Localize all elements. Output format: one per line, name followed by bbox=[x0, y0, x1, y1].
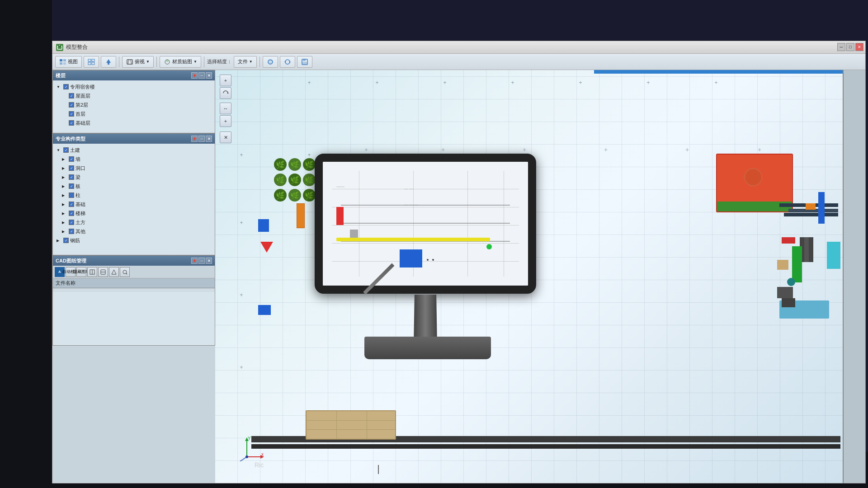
red-element bbox=[336, 207, 344, 225]
type-column-checkbox[interactable] bbox=[69, 192, 74, 198]
floors-min-btn[interactable]: ─ bbox=[198, 72, 205, 79]
type-opening-arrow: ▶ bbox=[62, 166, 67, 170]
floor-item-roof[interactable]: 屋面层 bbox=[55, 91, 213, 100]
type-beam-item[interactable]: ▶ 梁 bbox=[55, 173, 213, 182]
tree-7: 🌿 bbox=[274, 189, 287, 202]
vert-line-1 bbox=[359, 171, 359, 277]
cad-tool1-btn[interactable] bbox=[87, 267, 97, 277]
vp-cross-5: + bbox=[685, 146, 689, 153]
main-viewport[interactable]: + + + + + + + + + + + + + ↔ + ✕ bbox=[215, 70, 865, 483]
restore-button[interactable]: □ bbox=[846, 43, 854, 51]
cad-pin-btn[interactable]: 📌 bbox=[191, 258, 198, 264]
right-blue-vert bbox=[818, 192, 825, 224]
floors-panel-title: 楼层 bbox=[56, 72, 66, 79]
cad-panel-controls: 📌 ─ ✕ bbox=[191, 258, 212, 264]
type-column-item[interactable]: ▶ 柱 bbox=[55, 191, 213, 200]
grid-icon bbox=[88, 58, 95, 66]
base-vert-1 bbox=[336, 411, 337, 439]
up-button[interactable] bbox=[101, 56, 116, 68]
type-earthwork-checkbox[interactable] bbox=[69, 220, 74, 225]
cross-marker-2: + bbox=[373, 79, 381, 86]
type-wall-checkbox[interactable] bbox=[69, 156, 74, 162]
type-beam-label: 梁 bbox=[75, 174, 80, 181]
type-civil-item[interactable]: ▼ 土建 bbox=[55, 145, 213, 155]
floors-close-btn[interactable]: ✕ bbox=[206, 72, 212, 79]
floor-1-checkbox[interactable] bbox=[69, 111, 74, 117]
side-toolbar-spacer bbox=[220, 100, 232, 102]
type-stair-item[interactable]: ▶ 楼梯 bbox=[55, 209, 213, 218]
minimize-button[interactable]: ─ bbox=[837, 43, 845, 51]
floor-item-base[interactable]: 基础层 bbox=[55, 118, 213, 127]
types-close-btn[interactable]: ✕ bbox=[206, 136, 212, 142]
vp-cross-3: + bbox=[523, 146, 526, 153]
close-viewport-btn[interactable]: ✕ bbox=[220, 131, 231, 143]
view-button[interactable]: 视图 bbox=[55, 56, 82, 68]
floor-line-1 bbox=[332, 189, 519, 189]
add-btn[interactable]: + bbox=[220, 75, 231, 86]
floor-1-label: 首层 bbox=[75, 111, 85, 117]
floors-root-item[interactable]: ▼ 专用宿舍楼 bbox=[55, 82, 213, 91]
type-other-item[interactable]: ▶ 其他 bbox=[55, 227, 213, 236]
cad-hide-btn[interactable]: 隐藏图纸 bbox=[76, 267, 86, 277]
types-min-btn[interactable]: ─ bbox=[198, 136, 205, 142]
floor-item-2[interactable]: 第2层 bbox=[55, 100, 213, 109]
cad-tool2-btn[interactable] bbox=[98, 267, 108, 277]
type-civil-checkbox[interactable] bbox=[63, 147, 69, 153]
cad-min-btn[interactable]: ─ bbox=[198, 258, 205, 264]
side-toolbar-spacer2 bbox=[220, 128, 232, 131]
tool1-button[interactable] bbox=[263, 56, 278, 68]
tool2-button[interactable] bbox=[280, 56, 295, 68]
floors-root-checkbox[interactable] bbox=[63, 84, 69, 89]
tree-2: 🌿 bbox=[288, 158, 301, 171]
cad-close-btn[interactable]: ✕ bbox=[206, 258, 212, 264]
floor-roof-checkbox[interactable] bbox=[69, 93, 74, 99]
type-rebar-item[interactable]: ▶ 钢筋 bbox=[55, 236, 213, 245]
tool3-button[interactable] bbox=[297, 56, 312, 68]
type-foundation-checkbox[interactable] bbox=[69, 202, 74, 207]
type-opening-checkbox[interactable] bbox=[69, 165, 74, 171]
file-dropdown[interactable]: 文件 ▼ bbox=[234, 56, 257, 68]
floor-base-checkbox[interactable] bbox=[69, 120, 74, 126]
type-foundation-item[interactable]: ▶ 基础 bbox=[55, 200, 213, 209]
green-dot bbox=[486, 244, 492, 249]
cad-toolbar: A 自动校正 隐藏图纸 bbox=[53, 266, 215, 278]
type-slab-item[interactable]: ▶ 板 bbox=[55, 182, 213, 191]
rotate-btn[interactable] bbox=[220, 87, 231, 99]
material-button[interactable]: 材质贴图 ▼ bbox=[160, 56, 201, 68]
cad-table-header: 文件名称 bbox=[53, 278, 215, 288]
material-dropdown-arrow: ▼ bbox=[193, 60, 197, 64]
separator-3 bbox=[204, 56, 204, 67]
type-rebar-checkbox[interactable] bbox=[63, 238, 69, 243]
type-opening-item[interactable]: ▶ 洞口 bbox=[55, 164, 213, 173]
floor-2-checkbox[interactable] bbox=[69, 102, 74, 108]
type-foundation-arrow: ▶ bbox=[62, 202, 67, 206]
type-wall-item[interactable]: ▶ 墙 bbox=[55, 155, 213, 164]
pan-btn[interactable]: ↔ bbox=[220, 103, 231, 114]
floor-2-label: 第2层 bbox=[75, 102, 88, 108]
svg-rect-24 bbox=[302, 62, 307, 64]
floor-roof-label: 屋面层 bbox=[75, 93, 90, 99]
type-foundation-label: 基础 bbox=[75, 201, 85, 208]
close-button[interactable]: ✕ bbox=[855, 43, 863, 51]
cross-marker-5: + bbox=[577, 79, 584, 86]
type-other-checkbox[interactable] bbox=[69, 229, 74, 234]
type-stair-checkbox[interactable] bbox=[69, 211, 74, 216]
vp-cross-1: + bbox=[364, 146, 368, 153]
base-line-1 bbox=[307, 420, 395, 421]
screen-text-1: —— bbox=[336, 184, 344, 189]
types-pin-btn[interactable]: 📌 bbox=[191, 136, 198, 142]
refresh-icon bbox=[284, 58, 291, 66]
type-earthwork-item[interactable]: ▶ 土方 bbox=[55, 218, 213, 227]
cad-tool4-btn[interactable] bbox=[120, 267, 130, 277]
floor-item-1[interactable]: 首层 bbox=[55, 109, 213, 118]
perspective-button[interactable]: 俯视 ▼ bbox=[122, 56, 154, 68]
cross-marker-9: + bbox=[306, 151, 313, 159]
type-slab-checkbox[interactable] bbox=[69, 183, 74, 189]
monitor-frame: —— — — — — — bbox=[315, 154, 536, 294]
grid-button[interactable] bbox=[84, 56, 99, 68]
floors-pin-btn[interactable]: 📌 bbox=[191, 72, 198, 79]
svg-text:Y: Y bbox=[248, 436, 251, 441]
cad-tool3-btn[interactable] bbox=[109, 267, 119, 277]
zoom-in-btn[interactable]: + bbox=[220, 115, 231, 127]
type-beam-checkbox[interactable] bbox=[69, 174, 74, 180]
